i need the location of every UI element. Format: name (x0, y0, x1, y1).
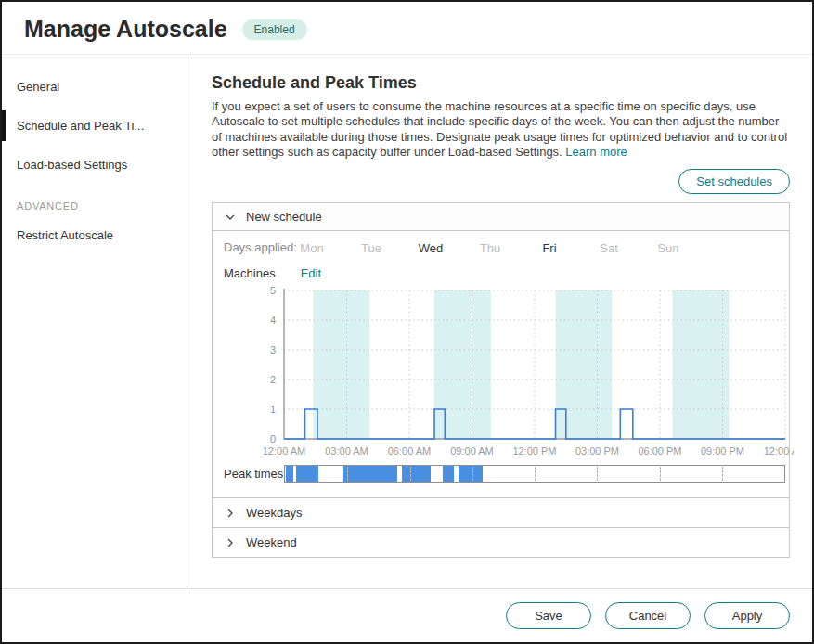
chevron-right-icon (226, 538, 235, 547)
sidebar-item-restrict-autoscale[interactable]: Restrict Autoscale (2, 218, 187, 252)
peak-time-segment[interactable] (296, 466, 318, 482)
svg-text:12:00 AM: 12:00 AM (263, 445, 305, 457)
sidebar-item-general[interactable]: General (2, 70, 187, 104)
svg-text:12:00 AM: 12:00 AM (764, 445, 794, 457)
sidebar-item-load-based-settings[interactable]: Load-based Settings (2, 148, 187, 182)
svg-text:0: 0 (270, 433, 276, 444)
chevron-right-icon (226, 509, 235, 518)
weekdays-label: Weekdays (246, 506, 302, 520)
sidebar: General Schedule and Peak Ti... Load-bas… (2, 55, 187, 588)
manage-autoscale-window: Manage Autoscale Enabled General Schedul… (0, 0, 814, 644)
svg-text:03:00 PM: 03:00 PM (575, 445, 619, 457)
svg-text:12:00 PM: 12:00 PM (512, 445, 556, 457)
peak-bar-separator (410, 467, 411, 481)
footer: Save Cancel Apply (2, 588, 812, 642)
day-thu: Thu (480, 241, 500, 255)
svg-text:2: 2 (270, 374, 276, 385)
description-text: If you expect a set of users to consume … (212, 99, 787, 159)
sidebar-section-advanced: ADVANCED (2, 187, 187, 218)
peak-bar-separator (347, 467, 348, 481)
day-wed: Wed (419, 241, 444, 255)
peak-time-segment[interactable] (443, 466, 453, 482)
peak-time-segment[interactable] (343, 466, 397, 482)
chevron-down-icon (226, 213, 235, 222)
peak-bar-separator (597, 467, 598, 481)
peak-time-segment[interactable] (402, 466, 431, 482)
days-container: MonTueWedThuFriSatSun (216, 240, 785, 259)
peak-time-segment[interactable] (286, 466, 293, 482)
machines-row: Machines Edit (224, 266, 785, 280)
peak-times-bar[interactable] (284, 465, 785, 483)
machines-chart: 01234512:00 AM03:00 AM06:00 AM09:00 AM12… (216, 284, 794, 460)
weekdays-accordion-header[interactable]: Weekdays (213, 497, 789, 527)
main-content: Schedule and Peak Times If you expect a … (187, 55, 812, 588)
peak-bar-separator (535, 467, 536, 481)
day-tue: Tue (361, 241, 381, 255)
sidebar-item-schedule-and-peak-times[interactable]: Schedule and Peak Ti... (2, 109, 187, 143)
days-applied-row: Days applied: MonTueWedThuFriSatSun (216, 240, 785, 259)
new-schedule-accordion-header[interactable]: New schedule (213, 203, 789, 231)
svg-text:03:00 AM: 03:00 AM (325, 445, 368, 457)
schedules-panel: New schedule Days applied: MonTueWedThuF… (212, 202, 790, 558)
peak-bar-separator (660, 467, 661, 481)
new-schedule-label: New schedule (246, 210, 322, 224)
cancel-button[interactable]: Cancel (605, 602, 691, 629)
day-mon: Mon (300, 241, 323, 255)
apply-button[interactable]: Apply (704, 602, 790, 629)
peak-bar-separator (472, 467, 473, 481)
svg-text:5: 5 (270, 285, 276, 296)
day-fri: Fri (542, 241, 556, 255)
svg-text:06:00 PM: 06:00 PM (638, 445, 681, 457)
peak-times-row: Peak times (216, 465, 785, 483)
svg-text:09:00 AM: 09:00 AM (450, 445, 493, 457)
svg-text:06:00 AM: 06:00 AM (388, 445, 431, 457)
svg-text:3: 3 (270, 344, 276, 355)
machines-label: Machines (224, 266, 276, 280)
page-title: Manage Autoscale (24, 16, 227, 43)
learn-more-link[interactable]: Learn more (565, 145, 627, 159)
peak-bar-separator (722, 467, 723, 481)
status-badge: Enabled (242, 19, 307, 40)
save-button[interactable]: Save (506, 602, 591, 629)
day-sat: Sat (600, 241, 618, 255)
section-title: Schedule and Peak Times (212, 73, 790, 93)
day-sun: Sun (657, 241, 678, 255)
weekend-label: Weekend (246, 535, 297, 549)
peak-times-label: Peak times (224, 467, 284, 481)
peak-time-segment[interactable] (459, 466, 483, 482)
svg-text:4: 4 (270, 315, 276, 326)
new-schedule-content: Days applied: MonTueWedThuFriSatSun Mach… (213, 231, 789, 497)
header: Manage Autoscale Enabled (2, 2, 812, 54)
weekend-accordion-header[interactable]: Weekend (213, 527, 789, 557)
set-schedules-button[interactable]: Set schedules (678, 169, 790, 194)
svg-text:09:00 PM: 09:00 PM (701, 445, 744, 457)
svg-text:1: 1 (270, 404, 276, 415)
edit-machines-link[interactable]: Edit (301, 266, 321, 280)
description: If you expect a set of users to consume … (212, 99, 790, 160)
